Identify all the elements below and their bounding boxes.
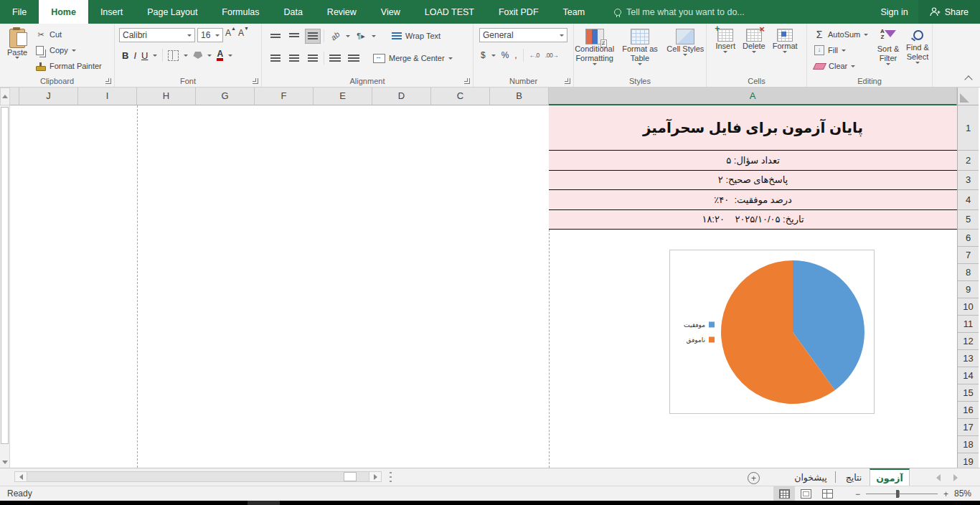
font-color-icon[interactable]: A [217,50,223,61]
align-right-button[interactable] [305,51,321,66]
chart-area[interactable]: موفقیتناموفق [669,250,875,414]
align-top-button[interactable] [268,29,283,44]
row-header[interactable]: 17 [958,419,979,436]
shrink-font-button[interactable]: A▼ [238,28,249,42]
tab-file[interactable]: File [0,0,39,24]
normal-view-button[interactable] [773,486,795,501]
chevron-down-icon[interactable] [491,55,496,57]
row-header[interactable]: 12 [958,333,979,350]
chevron-down-icon[interactable] [372,35,376,37]
copy-button[interactable]: Copy [33,42,105,58]
cell[interactable]: پایان آزمون برای فایل سحرآمیز [549,105,957,151]
format-painter-button[interactable]: Format Painter [33,58,105,74]
sort-filter-button[interactable]: AZ Sort & Filter [873,26,903,65]
comma-style-button[interactable]: , [514,50,517,60]
column-header[interactable]: H [137,88,196,105]
grow-font-button[interactable]: A▲ [225,28,236,42]
cut-button[interactable]: ✂ Cut [33,27,105,42]
zoom-slider[interactable] [866,494,938,494]
tab-insert[interactable]: Insert [88,0,135,24]
chevron-down-icon[interactable] [153,55,157,57]
decrease-indent-button[interactable] [346,51,362,66]
row-header[interactable]: 4 [958,190,979,210]
chevron-down-icon[interactable] [346,35,350,37]
row-header[interactable]: 16 [958,402,979,419]
row-header[interactable]: 15 [958,384,979,402]
cells-canvas[interactable]: پایان آزمون برای فایل سحرآمیزتعداد سؤال:… [10,105,957,468]
increase-indent-button[interactable] [327,51,343,66]
row-header[interactable]: 3 [958,171,979,191]
row-header[interactable]: 10 [958,298,979,316]
column-header[interactable]: F [255,88,314,105]
row-header[interactable]: 18 [958,436,979,453]
tab-formulas[interactable]: Formulas [209,0,271,24]
horizontal-scroll-thumb[interactable] [344,472,357,481]
chevron-down-icon[interactable] [184,55,188,57]
fill-color-icon[interactable] [193,52,202,59]
fill-button[interactable]: ↓ Fill [811,42,871,58]
row-header[interactable]: 14 [958,367,979,384]
row-header[interactable]: 19 [958,453,979,468]
sheet-tab-natayej[interactable]: نتایج [838,468,870,486]
align-center-button[interactable] [286,51,302,66]
row-header[interactable]: 11 [958,316,979,333]
zoom-out-button[interactable]: − [855,489,860,499]
cell[interactable]: درصد موفقیت: ۴۰٪ [549,190,957,210]
new-sheet-button[interactable]: + [748,472,760,484]
cell[interactable]: تعداد سؤال: ۵ [549,151,957,171]
column-header[interactable]: E [314,88,372,105]
column-header[interactable]: C [431,88,490,105]
scroll-down-button[interactable] [0,457,10,468]
column-header[interactable]: A [549,88,957,105]
scroll-left-button[interactable] [15,472,27,481]
chevron-down-icon[interactable] [228,55,232,57]
tab-data[interactable]: Data [271,0,314,24]
tab-review[interactable]: Review [315,0,369,24]
autosum-button[interactable]: Σ AutoSum [811,27,871,42]
clear-button[interactable]: Clear [811,58,871,74]
scroll-up-button[interactable] [0,88,10,105]
find-select-button[interactable]: Find & Select [903,26,932,64]
column-header[interactable]: J [19,88,78,105]
tab-splitter-handle[interactable] [390,472,392,482]
column-header[interactable]: G [196,88,255,105]
tell-me-box[interactable]: Tell me what you want to do... [614,0,745,24]
zoom-in-button[interactable]: + [943,489,948,499]
number-dialog-launcher[interactable] [565,78,570,84]
row-header[interactable]: 8 [958,264,979,281]
cell[interactable]: پاسخ‌های صحیح: ۲ [549,171,957,191]
share-button[interactable]: Share [918,0,980,24]
merge-center-button[interactable]: Merge & Center [370,54,456,63]
row-header[interactable]: 7 [958,247,979,264]
select-all-button[interactable] [957,88,979,105]
italic-button[interactable]: I [133,50,136,61]
clipboard-dialog-launcher[interactable] [105,78,111,84]
bold-button[interactable]: B [122,50,128,61]
align-bottom-button[interactable] [305,29,321,44]
tab-page-layout[interactable]: Page Layout [135,0,209,24]
collapse-ribbon-icon[interactable] [964,75,972,83]
column-header[interactable]: D [372,88,431,105]
row-header[interactable]: 2 [958,151,979,171]
tab-foxit-pdf[interactable]: Foxit PDF [486,0,551,24]
underline-button[interactable]: U [141,50,148,61]
column-header[interactable]: I [78,88,137,105]
chevron-down-icon[interactable] [207,55,212,57]
cell[interactable]: تاریخ: ۲۰۲۵/۱۰/۰۵ ۱۸:۲۰ [549,210,957,230]
page-break-view-button[interactable] [816,486,838,501]
vertical-scrollbar[interactable] [0,105,10,468]
column-header[interactable]: B [490,88,549,105]
borders-icon[interactable] [168,50,179,61]
zoom-slider-thumb[interactable] [896,490,899,498]
decrease-decimal-button[interactable]: .00→ [545,52,558,59]
text-direction-button[interactable]: ¶▸ [353,29,369,44]
tab-team[interactable]: Team [551,0,598,24]
alignment-dialog-launcher[interactable] [464,78,470,84]
sign-in-button[interactable]: Sign in [870,0,918,24]
row-header[interactable]: 6 [958,230,979,247]
sheet-tab-azmoon-active[interactable]: آزمون [870,468,910,486]
number-format-combo[interactable]: General [479,28,567,42]
row-header[interactable]: 9 [958,281,979,298]
horizontal-scrollbar[interactable] [14,471,382,482]
tab-view[interactable]: View [369,0,413,24]
